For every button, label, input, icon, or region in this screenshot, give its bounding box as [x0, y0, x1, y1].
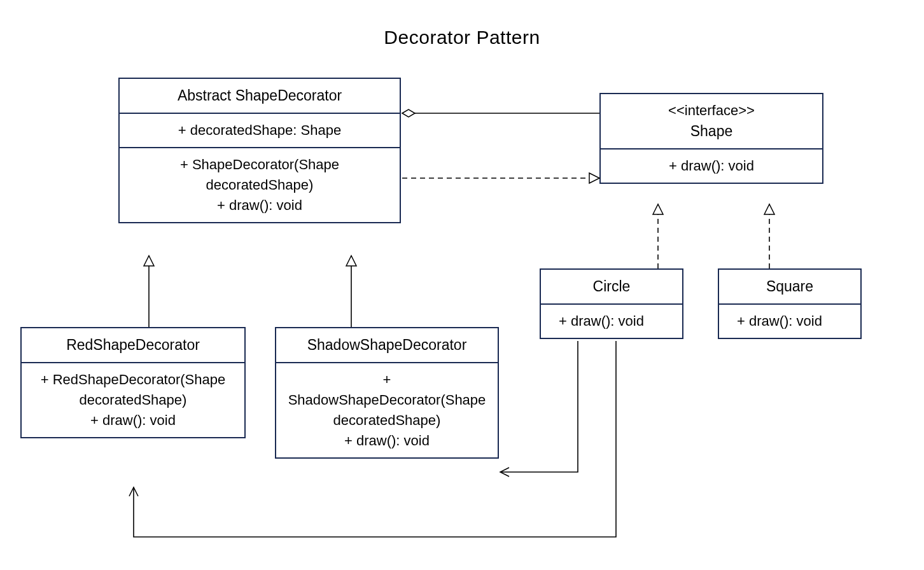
class-shadow-shape-decorator: ShadowShapeDecorator + ShadowShapeDecora… — [275, 327, 499, 459]
class-name: Abstract ShapeDecorator — [120, 79, 400, 113]
class-shape-decorator: Abstract ShapeDecorator + decoratedShape… — [118, 78, 401, 223]
class-header: <<interface>> Shape — [601, 94, 822, 148]
diagram-title: Decorator Pattern — [0, 27, 924, 48]
class-name: ShadowShapeDecorator — [276, 328, 498, 362]
class-attributes: + decoratedShape: Shape — [120, 113, 400, 147]
class-name: Shape — [610, 121, 813, 142]
class-square: Square + draw(): void — [718, 268, 862, 339]
diagram-canvas: Decorator Pattern Abstract ShapeDecorato… — [0, 0, 924, 570]
class-operations: + draw(): void — [541, 303, 682, 338]
class-shape-interface: <<interface>> Shape + draw(): void — [599, 93, 823, 184]
class-operations: + draw(): void — [601, 148, 822, 183]
class-op: + RedShapeDecorator(Shape decoratedShape… — [31, 370, 235, 410]
class-operations: + ShadowShapeDecorator(Shape decoratedSh… — [276, 362, 498, 457]
class-op: + draw(): void — [31, 410, 235, 431]
class-name: Square — [719, 270, 860, 303]
rel-assoc-circle-shadow — [500, 341, 578, 472]
class-op: + ShadowShapeDecorator(Shape decoratedSh… — [285, 370, 489, 431]
class-name: RedShapeDecorator — [22, 328, 244, 362]
class-operations: + RedShapeDecorator(Shape decoratedShape… — [22, 362, 244, 437]
class-op: + draw(): void — [129, 195, 391, 216]
class-red-shape-decorator: RedShapeDecorator + RedShapeDecorator(Sh… — [20, 327, 246, 438]
class-operations: + ShapeDecorator(Shape decoratedShape) +… — [120, 147, 400, 222]
class-stereotype: <<interface>> — [610, 101, 813, 121]
class-operations: + draw(): void — [719, 303, 860, 338]
class-name: Circle — [541, 270, 682, 303]
class-op: + ShapeDecorator(Shape decoratedShape) — [129, 155, 391, 195]
class-circle: Circle + draw(): void — [540, 268, 683, 339]
class-op: + draw(): void — [285, 431, 489, 451]
